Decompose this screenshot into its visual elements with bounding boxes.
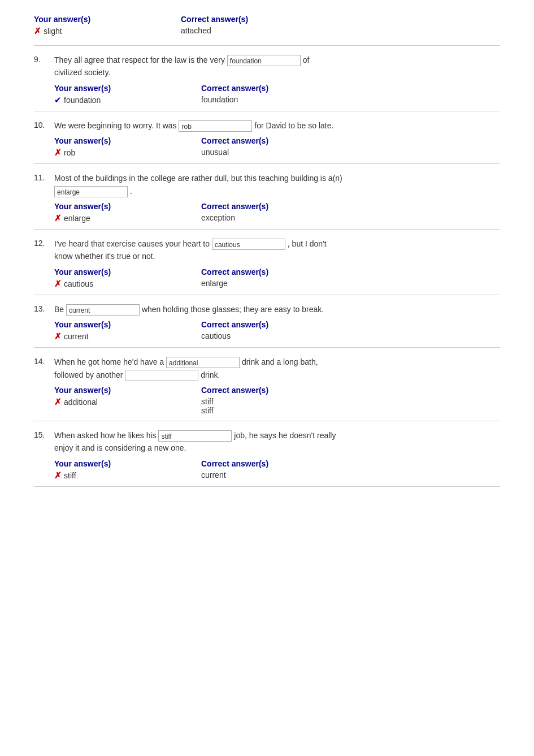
question-13-your-item: ✗ current bbox=[54, 331, 167, 342]
question-12: 12. I've heard that exercise causes your… bbox=[34, 230, 500, 295]
question-13-your-answer: current bbox=[64, 332, 89, 341]
question-9-text: They all agree that respect for the law … bbox=[54, 54, 500, 79]
question-15: 15. When asked how he likes his stiff jo… bbox=[34, 421, 500, 487]
question-12-correct-answer: enlarge bbox=[201, 279, 228, 288]
question-10-your-label: Your answer(s) bbox=[54, 136, 167, 145]
prev-your-answers-label: Your answer(s) bbox=[34, 15, 147, 24]
wrong-icon-13: ✗ bbox=[54, 331, 62, 342]
question-15-your-item: ✗ stiff bbox=[54, 470, 167, 481]
question-14-your-label: Your answer(s) bbox=[54, 386, 167, 395]
question-9-your-col: Your answer(s) ✔ foundation bbox=[54, 84, 167, 105]
question-11-input[interactable]: enlarge bbox=[54, 186, 128, 197]
prev-correct-answer-col: Correct answer(s) attached bbox=[181, 15, 294, 36]
question-14-correct-label: Correct answer(s) bbox=[201, 386, 314, 395]
question-13-input[interactable]: current bbox=[66, 304, 140, 316]
question-12-correct-col: Correct answer(s) enlarge bbox=[201, 267, 314, 289]
page: Your answer(s) ✗ slight Correct answer(s… bbox=[0, 0, 534, 756]
question-14-number: 14. bbox=[34, 356, 54, 366]
correct-check-icon: ✔ bbox=[54, 95, 62, 105]
question-12-text: I've heard that exercise causes your hea… bbox=[54, 237, 500, 263]
question-9-your-item: ✔ foundation bbox=[54, 95, 167, 105]
question-15-correct-item: current bbox=[201, 470, 314, 479]
question-12-input[interactable]: cautious bbox=[212, 239, 285, 250]
question-11-correct-label: Correct answer(s) bbox=[201, 202, 314, 211]
question-14-answers: Your answer(s) ✗ additional Correct answ… bbox=[54, 386, 500, 415]
prev-correct-answers-label: Correct answer(s) bbox=[181, 15, 294, 24]
question-10-your-item: ✗ rob bbox=[54, 148, 167, 158]
question-12-number: 12. bbox=[34, 237, 54, 248]
wrong-icon-15: ✗ bbox=[54, 470, 62, 481]
question-13-your-label: Your answer(s) bbox=[54, 320, 167, 329]
question-12-header: 12. I've heard that exercise causes your… bbox=[34, 237, 500, 263]
question-13-your-col: Your answer(s) ✗ current bbox=[54, 320, 167, 342]
wrong-icon-10: ✗ bbox=[54, 148, 62, 158]
question-9-correct-answer: foundation bbox=[201, 95, 238, 104]
question-10-text: We were beginning to worry. It was rob f… bbox=[54, 119, 500, 132]
wrong-icon-12: ✗ bbox=[54, 279, 62, 289]
question-9-number: 9. bbox=[34, 54, 54, 64]
question-14-correct-item-2: stiff bbox=[201, 406, 314, 415]
question-15-correct-col: Correct answer(s) current bbox=[201, 459, 314, 481]
question-10-header: 10. We were beginning to worry. It was r… bbox=[34, 119, 500, 132]
prev-answers-row: Your answer(s) ✗ slight Correct answer(s… bbox=[34, 11, 500, 40]
question-11-your-answer: enlarge bbox=[64, 214, 90, 223]
prev-your-answer-item: ✗ slight bbox=[34, 26, 147, 36]
question-9-your-label: Your answer(s) bbox=[54, 84, 167, 93]
question-9-correct-col: Correct answer(s) foundation bbox=[201, 84, 314, 105]
question-9-input[interactable]: foundation bbox=[227, 55, 301, 66]
prev-your-answer-col: Your answer(s) ✗ slight bbox=[34, 15, 147, 36]
question-10-your-col: Your answer(s) ✗ rob bbox=[54, 136, 167, 158]
prev-your-answer-text: slight bbox=[44, 27, 62, 36]
question-10-your-answer: rob bbox=[64, 148, 75, 157]
question-15-correct-answer: current bbox=[201, 470, 226, 479]
question-14-input-2[interactable] bbox=[125, 370, 198, 381]
question-10-number: 10. bbox=[34, 119, 54, 129]
question-11-correct-col: Correct answer(s) exception bbox=[201, 202, 314, 223]
question-14-your-col: Your answer(s) ✗ additional bbox=[54, 386, 167, 415]
question-10-answers: Your answer(s) ✗ rob Correct answer(s) u… bbox=[54, 136, 500, 158]
question-11-header: 11. Most of the buildings in the college… bbox=[34, 172, 500, 197]
question-15-correct-label: Correct answer(s) bbox=[201, 459, 314, 468]
question-12-your-item: ✗ cautious bbox=[54, 279, 167, 289]
question-9-correct-item: foundation bbox=[201, 95, 314, 104]
question-14-input-1[interactable]: additional bbox=[166, 357, 240, 368]
question-13-number: 13. bbox=[34, 303, 54, 313]
question-9-correct-label: Correct answer(s) bbox=[201, 84, 314, 93]
prev-correct-answer-text: attached bbox=[181, 26, 211, 35]
question-10-correct-answer: unusual bbox=[201, 148, 229, 157]
question-12-your-answer: cautious bbox=[64, 279, 93, 288]
question-13-answers: Your answer(s) ✗ current Correct answer(… bbox=[54, 320, 500, 342]
question-14-your-item: ✗ additional bbox=[54, 397, 167, 407]
question-15-text: When asked how he likes his stiff job, h… bbox=[54, 429, 500, 455]
question-15-your-answer: stiff bbox=[64, 471, 76, 480]
question-11-your-item: ✗ enlarge bbox=[54, 213, 167, 223]
question-12-your-col: Your answer(s) ✗ cautious bbox=[54, 267, 167, 289]
question-14-correct-answer-2: stiff bbox=[201, 406, 214, 415]
question-13-correct-col: Correct answer(s) cautious bbox=[201, 320, 314, 342]
question-13-header: 13. Be current when holding those glasse… bbox=[34, 303, 500, 316]
prev-correct-answer-item: attached bbox=[181, 26, 294, 35]
wrong-icon-11: ✗ bbox=[54, 213, 62, 223]
question-14-correct-item-1: stiff bbox=[201, 397, 314, 406]
question-11-answers: Your answer(s) ✗ enlarge Correct answer(… bbox=[54, 202, 500, 223]
question-11-correct-answer: exception bbox=[201, 213, 235, 222]
question-15-number: 15. bbox=[34, 429, 54, 439]
question-14-header: 14. When he got home he'd have a additio… bbox=[34, 356, 500, 381]
question-10-correct-item: unusual bbox=[201, 148, 314, 157]
question-11-correct-item: exception bbox=[201, 213, 314, 222]
question-13-correct-answer: cautious bbox=[201, 331, 231, 340]
question-15-input[interactable]: stiff bbox=[158, 430, 232, 442]
question-12-answers: Your answer(s) ✗ cautious Correct answer… bbox=[54, 267, 500, 289]
prev-section: Your answer(s) ✗ slight Correct answer(s… bbox=[34, 11, 500, 46]
question-11-number: 11. bbox=[34, 172, 54, 182]
question-14-correct-col: Correct answer(s) stiff stiff bbox=[201, 386, 314, 415]
question-15-answers: Your answer(s) ✗ stiff Correct answer(s)… bbox=[54, 459, 500, 481]
question-15-your-label: Your answer(s) bbox=[54, 459, 167, 468]
question-10-input[interactable]: rob bbox=[179, 120, 252, 132]
question-11-your-label: Your answer(s) bbox=[54, 202, 167, 211]
question-10-correct-col: Correct answer(s) unusual bbox=[201, 136, 314, 158]
question-14-text: When he got home he'd have a additional … bbox=[54, 356, 500, 381]
question-12-your-label: Your answer(s) bbox=[54, 267, 167, 277]
question-13-correct-label: Correct answer(s) bbox=[201, 320, 314, 329]
question-14-correct-answer-1: stiff bbox=[201, 397, 214, 406]
